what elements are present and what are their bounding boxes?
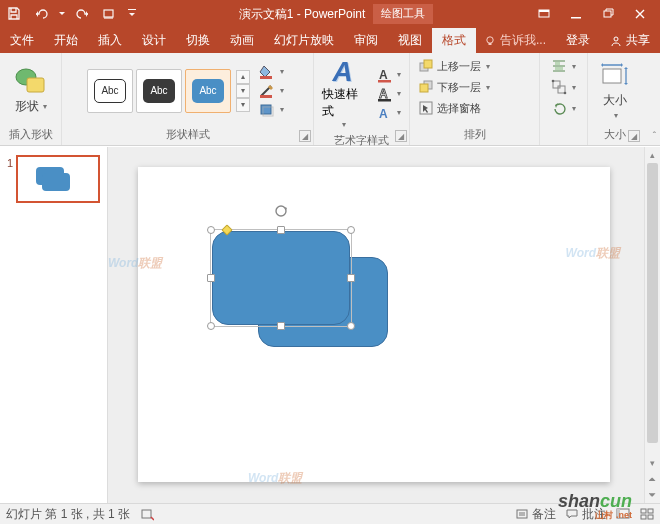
minimize-icon[interactable] xyxy=(562,4,590,24)
group-label-arrange: 排列 xyxy=(464,125,486,145)
gallery-spinner: ▴ ▾ ▾ xyxy=(236,70,250,112)
svg-point-29 xyxy=(552,80,555,83)
svg-rect-12 xyxy=(260,95,272,98)
group-label-size: 大小 xyxy=(604,125,626,145)
share-icon xyxy=(610,35,622,47)
handle-t[interactable] xyxy=(277,226,285,234)
notes-button[interactable]: 备注 xyxy=(516,506,556,523)
shape-outline-button[interactable]: ▾ xyxy=(258,82,288,100)
handle-tr[interactable] xyxy=(347,226,355,234)
restore-icon[interactable] xyxy=(594,4,622,24)
style-swatch-2[interactable]: Abc xyxy=(136,69,182,113)
spellcheck-icon[interactable] xyxy=(140,507,154,521)
handle-l[interactable] xyxy=(207,274,215,282)
text-outline-button[interactable]: A▾ xyxy=(377,85,403,103)
tab-review[interactable]: 审阅 xyxy=(344,28,388,53)
watermark: Word联盟 xyxy=(108,247,162,273)
svg-point-6 xyxy=(487,36,493,42)
tab-design[interactable]: 设计 xyxy=(132,28,176,53)
undo-dropdown-icon[interactable] xyxy=(58,6,66,22)
tab-animations[interactable]: 动画 xyxy=(220,28,264,53)
group-objects-button[interactable]: ▾ xyxy=(551,77,576,97)
rotate-handle[interactable] xyxy=(274,204,288,218)
save-icon[interactable] xyxy=(6,6,22,22)
tab-slideshow[interactable]: 幻灯片放映 xyxy=(264,28,344,53)
svg-rect-37 xyxy=(641,509,646,513)
handle-br[interactable] xyxy=(347,322,355,330)
prev-slide-icon[interactable]: ⏶ xyxy=(645,471,660,487)
wordart-launcher[interactable]: ◢ xyxy=(395,130,407,142)
size-launcher[interactable]: ◢ xyxy=(628,130,640,142)
shapes-button[interactable]: 形状▾ xyxy=(10,64,52,117)
bring-forward-button[interactable]: 上移一层▾ xyxy=(416,56,492,76)
gallery-down-icon[interactable]: ▾ xyxy=(236,84,250,98)
qat-customize-icon[interactable] xyxy=(128,6,136,22)
svg-rect-2 xyxy=(128,9,136,10)
tab-insert[interactable]: 插入 xyxy=(88,28,132,53)
ribbon-tabs: 文件 开始 插入 设计 切换 动画 幻灯片放映 审阅 视图 格式 告诉我... … xyxy=(0,28,660,53)
window-controls xyxy=(530,4,660,24)
svg-rect-7 xyxy=(489,43,492,45)
group-icon xyxy=(551,79,567,95)
sorter-view-icon[interactable] xyxy=(640,508,654,520)
send-backward-icon xyxy=(418,79,434,95)
tab-file[interactable]: 文件 xyxy=(0,28,44,53)
comments-button[interactable]: 批注 xyxy=(566,506,606,523)
shape-styles-launcher[interactable]: ◢ xyxy=(299,130,311,142)
shapes-icon xyxy=(14,66,48,96)
share-button[interactable]: 共享 xyxy=(600,28,660,53)
tab-view[interactable]: 视图 xyxy=(388,28,432,53)
shape-fill-button[interactable]: ▾ xyxy=(258,63,288,81)
wordart-a-icon: A xyxy=(332,58,352,86)
tab-home[interactable]: 开始 xyxy=(44,28,88,53)
handle-bl[interactable] xyxy=(207,322,215,330)
tab-format[interactable]: 格式 xyxy=(432,28,476,53)
thumbnail-preview xyxy=(16,155,100,203)
redo-icon[interactable] xyxy=(76,6,92,22)
slide-counter[interactable]: 幻灯片 第 1 张 , 共 1 张 xyxy=(6,506,130,523)
undo-icon[interactable] xyxy=(32,6,48,22)
scroll-up-icon[interactable]: ▴ xyxy=(645,147,660,163)
adjustment-handle[interactable] xyxy=(221,224,232,235)
style-swatch-3[interactable]: Abc xyxy=(185,69,231,113)
share-label: 共享 xyxy=(626,28,650,53)
shape-effects-button[interactable]: ▾ xyxy=(258,101,288,119)
quick-access-toolbar xyxy=(0,6,142,22)
ribbon-options-icon[interactable] xyxy=(530,4,558,24)
close-icon[interactable] xyxy=(626,4,654,24)
align-button[interactable]: ▾ xyxy=(551,56,576,76)
group-arrange-more: ▾ ▾ ▾ xyxy=(540,53,588,145)
thumbnail-item[interactable]: 1 xyxy=(7,155,100,203)
svg-rect-40 xyxy=(648,515,653,519)
login-button[interactable]: 登录 xyxy=(556,28,600,53)
selection-pane-button[interactable]: 选择窗格 xyxy=(416,98,483,118)
normal-view-icon[interactable] xyxy=(616,508,630,520)
start-from-beginning-icon[interactable] xyxy=(102,6,118,22)
svg-rect-28 xyxy=(558,86,565,93)
tab-transitions[interactable]: 切换 xyxy=(176,28,220,53)
svg-rect-16 xyxy=(378,80,391,83)
slide[interactable]: Word联盟 Word联盟 Word联盟 xyxy=(138,167,610,482)
tell-me[interactable]: 告诉我... xyxy=(476,28,554,53)
handle-tl[interactable] xyxy=(207,226,215,234)
handle-r[interactable] xyxy=(347,274,355,282)
text-fill-button[interactable]: A▾ xyxy=(377,66,403,84)
title-center: 演示文稿1 - PowerPoint 绘图工具 xyxy=(142,4,530,24)
slide-canvas[interactable]: Word联盟 Word联盟 Word联盟 ▴ ▾ ⏶ ⏷ xyxy=(108,147,660,503)
next-slide-icon[interactable]: ⏷ xyxy=(645,487,660,503)
collapse-ribbon-icon[interactable]: ˆ xyxy=(653,131,656,142)
gallery-more-icon[interactable]: ▾ xyxy=(236,98,250,112)
style-swatch-1[interactable]: Abc xyxy=(87,69,133,113)
ribbon: 形状▾ 插入形状 Abc Abc Abc ▴ ▾ ▾ ▾ ▾ ▾ 形状样式 xyxy=(0,53,660,146)
send-backward-button[interactable]: 下移一层▾ xyxy=(416,77,492,97)
size-button[interactable]: 大小 ▾ xyxy=(596,60,634,122)
handle-b[interactable] xyxy=(277,322,285,330)
quick-styles-button[interactable]: A 快速样式 ▾ xyxy=(320,56,365,131)
gallery-up-icon[interactable]: ▴ xyxy=(236,70,250,84)
text-effects-button[interactable]: A▾ xyxy=(377,104,403,122)
group-label-insert-shape: 插入形状 xyxy=(9,125,53,145)
bring-forward-icon xyxy=(418,58,434,74)
scroll-thumb[interactable] xyxy=(647,163,658,443)
rotate-button[interactable]: ▾ xyxy=(551,98,576,118)
scroll-down-icon[interactable]: ▾ xyxy=(645,455,660,471)
